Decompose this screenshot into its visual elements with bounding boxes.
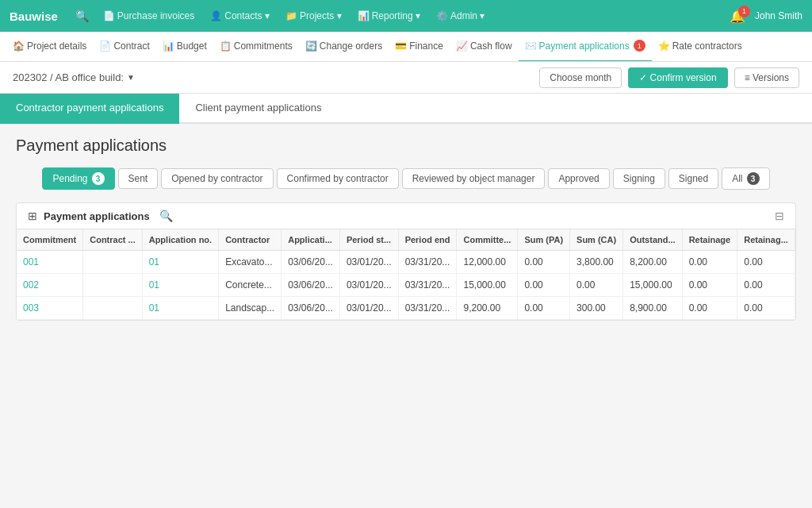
sec-nav-commitments[interactable]: 📋 Commitments (213, 32, 299, 62)
col-contractor[interactable]: Contractor (219, 229, 282, 251)
filter-tabs: Pending 3 Sent Opened by contractor Conf… (16, 167, 796, 190)
cell-status: Pending (795, 297, 795, 320)
cell-retainage-p: 0.00 (737, 251, 795, 274)
cell-contract (83, 297, 142, 320)
cell-contractor: Landscap... (219, 297, 282, 320)
filter-tab-reviewed[interactable]: Reviewed by object manager (402, 168, 546, 189)
notification-bell[interactable]: 🔔 1 (730, 9, 745, 24)
tab-bar: Contractor payment applications Client p… (0, 94, 812, 124)
filter-tab-approved[interactable]: Approved (548, 168, 609, 189)
cell-app-no[interactable]: 01 (142, 297, 218, 320)
cell-outstanding: 8,900.00 (623, 297, 682, 320)
purchase-invoices-icon: 📄 (103, 10, 115, 21)
cell-sum-ca: 300.00 (570, 297, 623, 320)
col-app-no[interactable]: Application no. (142, 229, 218, 251)
budget-icon: 📊 (163, 40, 174, 52)
page-title: Payment applications (16, 137, 796, 155)
finance-icon: 💳 (395, 40, 407, 52)
versions-button[interactable]: ≡ Versions (734, 67, 799, 88)
table-header: ⊞ Payment applications 🔍 ⊟ (17, 203, 795, 229)
contacts-icon: 👤 (210, 10, 222, 21)
cell-contractor: Concrete... (219, 274, 282, 297)
nav-admin[interactable]: ⚙️ Admin ▾ (430, 10, 491, 21)
all-badge: 3 (747, 172, 760, 185)
cell-application: 03/06/20... (282, 297, 340, 320)
table-row: 00101Excavato...03/06/20...03/01/20...03… (17, 251, 795, 274)
table-section-title: Payment applications (44, 210, 150, 222)
filter-tab-sent[interactable]: Sent (118, 168, 159, 189)
confirm-version-button[interactable]: ✓ Confirm version (628, 67, 727, 88)
table-search-icon[interactable]: 🔍 (159, 210, 173, 222)
cell-application: 03/06/20... (282, 251, 340, 274)
cell-period-start: 03/01/20... (339, 274, 398, 297)
cell-retainage: 0.00 (682, 274, 737, 297)
nav-projects[interactable]: 📁 Projects ▾ (279, 10, 348, 21)
sec-nav-payment-applications[interactable]: ✉️ Payment applications 1 (519, 32, 652, 62)
cell-retainage: 0.00 (682, 297, 737, 320)
projects-icon: 📁 (285, 10, 297, 21)
cell-contract (83, 251, 142, 274)
col-retainage[interactable]: Retainage (682, 229, 737, 251)
filter-tab-signing[interactable]: Signing (613, 168, 665, 189)
filter-tab-opened-contractor[interactable]: Opened by contractor (161, 168, 273, 189)
col-period-end[interactable]: Period end (398, 229, 457, 251)
col-contract[interactable]: Contract ... (83, 229, 142, 251)
rate-contractors-icon: ⭐ (658, 40, 670, 52)
nav-contacts[interactable]: 👤 Contacts ▾ (204, 10, 276, 21)
breadcrumb[interactable]: 202302 / AB office build: ▼ (13, 71, 135, 83)
col-period-start[interactable]: Period st... (339, 229, 398, 251)
sec-nav-rate-contractors[interactable]: ⭐ Rate contractors (652, 32, 749, 62)
cell-outstanding: 15,000.00 (623, 274, 682, 297)
cell-commitment[interactable]: 003 (17, 297, 83, 320)
filter-tab-all[interactable]: All 3 (722, 167, 769, 190)
sec-nav-contract[interactable]: 📄 Contract (93, 32, 155, 62)
col-status[interactable]: Status (795, 229, 795, 251)
payment-applications-icon: ✉️ (525, 40, 537, 52)
cell-retainage-p: 0.00 (737, 274, 795, 297)
contract-icon: 📄 (99, 40, 111, 52)
cell-committed: 12,000.00 (457, 251, 518, 274)
nav-reporting[interactable]: 📊 Reporting ▾ (351, 10, 427, 21)
change-orders-icon: 🔄 (305, 40, 317, 52)
cell-commitment[interactable]: 001 (17, 251, 83, 274)
cell-app-no[interactable]: 01 (142, 251, 218, 274)
user-name[interactable]: John Smith (755, 10, 802, 21)
cell-period-end: 03/31/20... (398, 274, 457, 297)
cell-committed: 9,200.00 (457, 297, 518, 320)
cell-app-no[interactable]: 01 (142, 274, 218, 297)
sec-nav-change-orders[interactable]: 🔄 Change orders (299, 32, 389, 62)
cell-application: 03/06/20... (282, 274, 340, 297)
col-application[interactable]: Applicati... (282, 229, 340, 251)
choose-month-button[interactable]: Choose month (539, 67, 622, 88)
cell-outstanding: 8,200.00 (623, 251, 682, 274)
cell-commitment[interactable]: 002 (17, 274, 83, 297)
filter-tab-pending[interactable]: Pending 3 (42, 167, 114, 190)
cell-retainage: 0.00 (682, 251, 737, 274)
col-retainage-p[interactable]: Retainag... (737, 229, 795, 251)
secondary-nav: 🏠 Project details 📄 Contract 📊 Budget 📋 … (0, 32, 812, 62)
breadcrumb-bar: 202302 / AB office build: ▼ Choose month… (0, 62, 812, 94)
col-outstanding[interactable]: Outstand... (623, 229, 682, 251)
sec-nav-cash-flow[interactable]: 📈 Cash flow (450, 32, 519, 62)
nav-purchase-invoices[interactable]: 📄 Purchase invoices (97, 10, 201, 21)
notification-count: 1 (738, 6, 750, 17)
sec-nav-finance[interactable]: 💳 Finance (389, 32, 450, 62)
filter-tab-confirmed-contractor[interactable]: Confirmed by contractor (277, 168, 399, 189)
cell-sum-pa: 0.00 (518, 274, 570, 297)
top-nav: Bauwise 🔍 📄 Purchase invoices 👤 Contacts… (0, 0, 812, 32)
table-column-toggle-icon[interactable]: ⊟ (775, 210, 784, 222)
sec-nav-project-details[interactable]: 🏠 Project details (6, 32, 93, 62)
cash-flow-icon: 📈 (456, 40, 468, 52)
search-icon[interactable]: 🔍 (71, 10, 94, 22)
filter-tab-signed[interactable]: Signed (668, 168, 718, 189)
col-sum-ca[interactable]: Sum (CA) (570, 229, 623, 251)
col-sum-pa[interactable]: Sum (PA) (518, 229, 570, 251)
cell-sum-pa: 0.00 (518, 297, 570, 320)
cell-sum-pa: 0.00 (518, 251, 570, 274)
project-details-icon: 🏠 (13, 40, 25, 52)
col-committed[interactable]: Committe... (457, 229, 518, 251)
sec-nav-budget[interactable]: 📊 Budget (156, 32, 213, 62)
tab-client-pa[interactable]: Client payment applications (179, 94, 337, 124)
col-commitment[interactable]: Commitment (17, 229, 83, 251)
tab-contractor-pa[interactable]: Contractor payment applications (0, 94, 179, 124)
